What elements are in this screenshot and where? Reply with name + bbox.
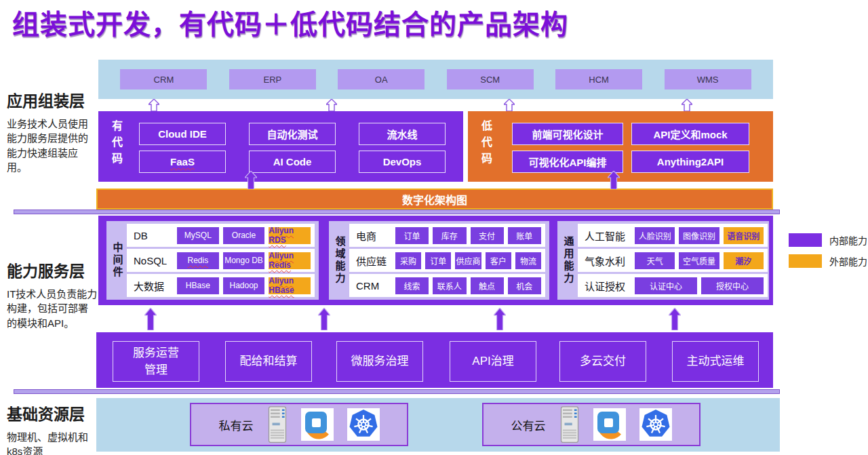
chip-opportunity: 机会 [508,277,541,294]
chip-payment: 支付 [471,227,504,244]
chip-order: 订单 [425,252,451,269]
category-label: 气象水利 [585,254,629,268]
legend-label: 外部能力 [829,254,867,268]
service-box-operation-mgmt: 服务运营管理 [113,341,199,382]
chip-auth-center: 认证中心 [635,277,697,294]
category-label: 电商 [356,229,390,243]
category-label: 供应链 [356,254,390,268]
ecommerce-row: 电商 订单 库存 支付 账单 [349,224,545,247]
chip-weather: 天气 [635,252,675,269]
middleware-side-label: 中间件 [108,224,127,297]
layer-infra-desc: 物理机、虚拟机和k8s资源 [7,430,98,455]
crm-row: CRM 线索 联系人 触点 机会 [349,274,545,297]
domain-side-label: 领域能力 [330,224,349,297]
service-box-proactive-ops: 主动式运维 [672,341,759,382]
chip-speech-recognition: 语音识别 [724,227,764,244]
chip-lead: 线索 [395,277,429,294]
chip-mysql: MySQL [177,227,219,244]
category-label: DB [134,230,172,241]
layer-infra-heading: 基础资源层 [7,401,98,424]
app-box-oa: OA [338,69,425,90]
up-arrow-icon [149,99,159,111]
up-arrow-icon [326,99,337,111]
connector-band [14,389,780,394]
capability-section: 中间件 DB MySQL Oracle Aliyun RDS NoSQL Red… [98,216,773,305]
procode-chip-ai-code: AI Code [249,151,336,173]
chip-face-recognition: 人脸识别 [635,227,675,244]
chip-bill: 账单 [508,227,541,244]
category-label: 大数据 [134,279,172,293]
cloud-label: 私有云 [219,416,254,433]
app-box-scm: SCM [447,69,534,90]
chip-aliyun-redis: Aliyun Redis [269,252,311,269]
server-icon [559,405,580,443]
vmware-icon [593,408,626,441]
middleware-bigdata-row: 大数据 HBase Hadoop Aliyun HBase [127,274,315,297]
kubernetes-icon [347,408,380,441]
chip-contact: 联系人 [433,277,466,294]
application-band: CRM ERP OA SCM HCM WMS [98,60,773,99]
layer-app-label: 应用组装层 业务技术人员使用能力服务层提供的能力快速组装应用。 [7,88,98,174]
up-arrow-icon [494,308,506,330]
digital-architecture-bar: 数字化架构图 [96,189,773,210]
service-box-allocation-settlement: 配给和结算 [225,341,312,382]
auth-row: 认证授权 认证中心 授权中心 [578,274,768,297]
category-label: CRM [356,280,390,292]
up-arrow-icon [682,99,692,111]
cloud-label: 公有云 [511,416,546,433]
procode-side-label: 有代码 [108,120,124,169]
legend-external: 外部能力 [789,254,867,268]
app-box-wms: WMS [665,69,751,90]
category-label: NoSQL [134,255,172,266]
chip-inventory: 库存 [433,227,466,244]
chip-redis: Redis [177,252,219,269]
layer-capability-label: 能力服务层 IT技术人员负责能力构建，包括可部署的模块和API。 [7,258,98,330]
page-title: 组装式开发，有代码＋低代码结合的产品架构 [12,3,568,42]
chip-touchpoint: 触点 [471,277,504,294]
service-box-microservice-governance: 微服务治理 [336,341,423,382]
service-box-api-governance: API治理 [450,341,536,382]
chip-hbase: HBase [177,277,219,294]
up-arrow-icon [608,171,620,189]
lowcode-side-label: 低代码 [477,120,494,169]
chip-mongodb: Mongo DB [223,252,265,269]
kubernetes-icon [639,408,672,441]
procode-section: 有代码 Cloud IDE 自动化测试 流水线 FaaS AI Code Dev… [98,111,463,182]
service-box-multicloud-delivery: 多云交付 [559,341,646,382]
chip-order: 订单 [395,227,429,244]
category-label: 认证授权 [585,279,629,293]
app-box-hcm: HCM [555,69,642,90]
lowcode-chip-frontend-design: 前端可视化设计 [512,123,623,145]
up-arrow-icon [144,308,157,330]
slide-canvas: 组装式开发，有代码＋低代码结合的产品架构 应用组装层 业务技术人员使用能力服务层… [0,0,868,455]
procode-chip-auto-test: 自动化测试 [249,123,336,145]
chip-aliyun-hbase: Aliyun HBase [269,277,311,294]
private-cloud-box: 私有云 [190,403,408,446]
lowcode-chip-anything2api: Anything2API [631,151,749,173]
lowcode-chip-api-mock: API定义和mock [631,123,749,145]
connector-band [14,210,780,214]
layer-capability-heading: 能力服务层 [7,258,98,281]
infrastructure-band: 私有云 公有云 [96,398,780,452]
general-capability-panel: 通用能力 人工智能 人脸识别 图像识别 语音识别 气象水利 天气 空气质量 潮汐 [557,221,769,300]
procode-chip-cloud-ide: Cloud IDE [139,123,226,145]
domain-capability-panel: 领域能力 电商 订单 库存 支付 账单 供应链 采购 订单 [329,221,549,300]
procode-chip-devops: DevOps [359,151,446,173]
up-arrow-icon [669,308,681,330]
legend: 内部能力 外部能力 [789,233,867,275]
services-row: 服务运营管理 配给和结算 微服务治理 API治理 多云交付 主动式运维 [96,332,773,388]
chip-customer: 客户 [486,252,511,269]
app-box-erp: ERP [229,69,316,90]
procode-chip-faas: FaaS [139,151,226,173]
chip-hadoop: Hadoop [223,277,265,294]
app-box-crm: CRM [120,69,207,90]
chip-procurement: 采购 [395,252,421,269]
middleware-nosql-row: NoSQL Redis Mongo DB Aliyun Redis [127,249,315,272]
chip-supplier: 供应商 [455,252,481,269]
lowcode-chip-api-orchestration: 可视化化API编排 [512,151,623,173]
chip-air-quality: 空气质量 [679,252,719,269]
up-arrow-icon [245,171,257,189]
general-side-label: 通用能力 [559,224,578,297]
legend-internal: 内部能力 [789,233,867,247]
internal-capability-swatch [789,233,822,247]
